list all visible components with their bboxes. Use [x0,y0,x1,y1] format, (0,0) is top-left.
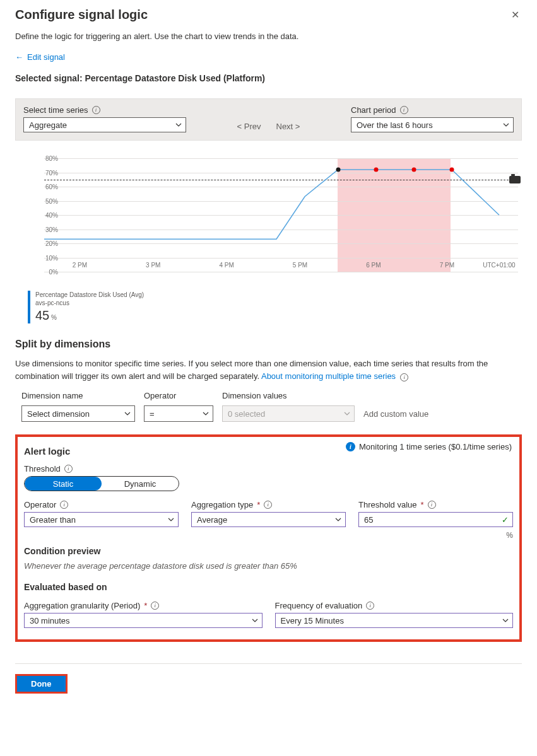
info-icon[interactable]: i [64,465,73,473]
chevron-down-icon [252,617,258,624]
add-custom-value-link[interactable]: Add custom value [363,409,428,419]
alert-logic-section: i Monitoring 1 time series ($0.1/time se… [15,434,522,642]
chevron-down-icon [335,516,341,523]
dimension-headers: Dimension name Operator Dimension values [21,391,522,400]
info-icon[interactable]: i [264,501,272,509]
chart-marker [411,168,416,172]
close-icon[interactable]: ✕ [509,8,522,23]
info-icon[interactable]: i [151,602,159,610]
chevron-down-icon [124,410,131,417]
filter-bar: Select time series i Aggregate < Prev Ne… [15,98,522,141]
threshold-toggle[interactable]: Static Dynamic [24,476,179,491]
operator-label: Operatori [24,500,179,509]
chevron-down-icon [502,617,509,624]
legend-series-name: Percentage Datastore Disk Used (Avg) [35,291,144,299]
operator-select[interactable]: Greater than [24,512,179,527]
dimension-operator-select[interactable]: = [144,405,213,422]
chart-marker [374,168,378,172]
arrow-left-icon: ← [15,52,23,62]
info-icon[interactable]: i [60,501,68,509]
monitoring-note: i Monitoring 1 time series ($0.1/time se… [346,442,512,451]
aggregation-type-select[interactable]: Average [191,512,346,527]
info-icon[interactable]: i [428,501,436,509]
info-icon[interactable]: i [400,373,408,381]
chevron-down-icon [168,516,174,523]
unit-suffix: % [24,531,513,540]
chart-marker [449,168,454,172]
prev-button[interactable]: < Prev [237,122,261,131]
granularity-select[interactable]: 30 minutes [24,613,263,628]
chevron-down-icon [503,122,509,128]
threshold-static-option[interactable]: Static [25,477,102,491]
dimensions-title: Split by dimensions [15,339,522,350]
threshold-value-label: Threshold value *i [358,500,513,509]
condition-preview-text: Whenever the average percentage datastor… [24,561,513,571]
next-button[interactable]: Next > [276,122,300,131]
info-icon[interactable]: i [366,602,374,610]
chart-marker [336,168,340,172]
frequency-label: Frequency of evaluationi [275,601,514,610]
chevron-down-icon [344,410,350,417]
about-monitoring-link[interactable]: About monitoring multiple time series [261,371,396,381]
info-icon: i [346,442,355,451]
edit-signal-link[interactable]: ← Edit signal [15,52,65,62]
chevron-down-icon [203,410,209,417]
checkmark-icon: ✓ [502,515,509,525]
chevron-down-icon [175,122,182,128]
chart-period-select[interactable]: Over the last 6 hours [351,117,514,132]
condition-preview-label: Condition preview [24,546,513,556]
camera-icon[interactable] [509,176,521,183]
info-icon[interactable]: i [400,106,408,114]
legend-subtitle: avs-pc-ncus [35,299,144,307]
selected-signal-label: Selected signal: Percentage Datastore Di… [15,73,522,83]
time-series-select[interactable]: Aggregate [23,117,186,132]
done-button[interactable]: Done [17,676,66,692]
page-description: Define the logic for triggering an alert… [15,32,522,41]
evaluated-based-on-label: Evaluated based on [24,582,513,592]
metric-chart: 0%10%20%30%40%50%60%70%80%2 PM3 PM4 PM5 … [28,158,518,284]
aggregation-type-label: Aggregation type *i [191,500,346,509]
legend-current-value: 45 [35,308,49,322]
edit-signal-label: Edit signal [27,52,65,62]
frequency-select[interactable]: Every 15 Minutes [275,613,514,628]
chart-legend: Percentage Datastore Disk Used (Avg) avs… [28,291,522,323]
granularity-label: Aggregation granularity (Period) *i [24,601,263,610]
threshold-value-input[interactable]: 65 ✓ [358,512,513,527]
dimension-values-select[interactable]: 0 selected [222,405,355,422]
dimensions-description: Use dimensions to monitor specific time … [15,358,522,382]
dimension-name-select[interactable]: Select dimension [21,405,135,422]
threshold-dynamic-option[interactable]: Dynamic [102,477,179,491]
page-title: Configure signal logic [15,8,148,22]
info-icon[interactable]: i [92,106,100,114]
chart-period-label: Chart period i [351,105,514,115]
time-series-label: Select time series i [23,105,186,115]
threshold-label: Threshold i [24,464,513,474]
